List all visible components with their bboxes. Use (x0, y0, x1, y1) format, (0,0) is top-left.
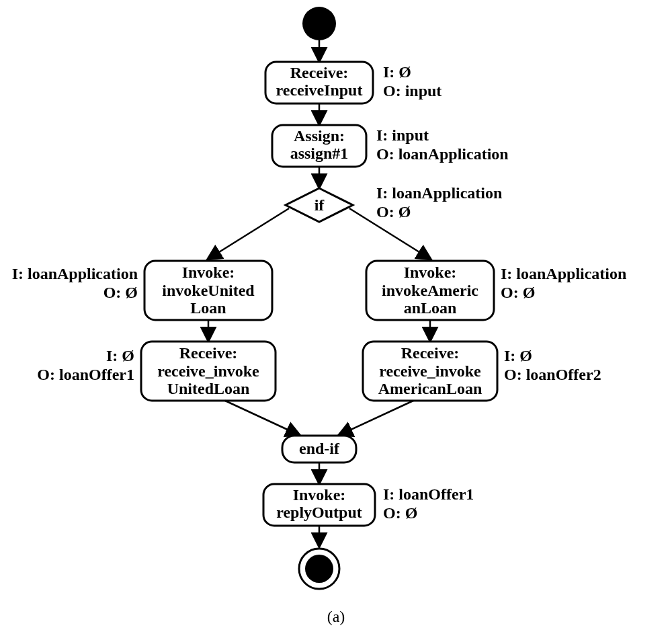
node-receive-united-l3: UnitedLoan (167, 380, 250, 397)
node-receive-american-l2: receive_invoke (379, 362, 481, 380)
io-receive-united-o: O: loanOffer1 (37, 366, 134, 383)
io-invoke-american-o: O: Ø (501, 284, 535, 301)
edge-if-to-invoke-united (208, 208, 289, 259)
node-invoke-united-l3: Loan (190, 299, 226, 317)
node-assign-line1: Assign: (294, 127, 345, 145)
io-reply-i: I: loanOffer1 (383, 485, 474, 503)
io-receive-united-i: I: Ø (106, 347, 134, 364)
io-if-i: I: loanApplication (376, 184, 502, 202)
node-receive-united-l1: Receive: (179, 344, 238, 362)
io-invoke-united-i: I: loanApplication (12, 265, 138, 282)
node-receive-input-line2: receiveInput (276, 81, 363, 99)
node-invoke-american-l2: invokeAmeric (382, 282, 478, 299)
node-if-label: if (314, 196, 325, 214)
io-invoke-american-i: I: loanApplication (501, 265, 626, 282)
node-invoke-united-l2: invokeUnited (162, 282, 255, 299)
io-assign-o: O: loanApplication (376, 145, 509, 163)
io-receive-american-o: O: loanOffer2 (504, 366, 601, 383)
node-reply-l1: Invoke: (293, 486, 346, 504)
node-reply-l2: replyOutput (276, 504, 362, 521)
io-receive-input-i: I: Ø (383, 63, 411, 81)
node-receive-american-l1: Receive: (401, 344, 460, 362)
io-reply-o: O: Ø (383, 504, 417, 522)
node-receive-input-line1: Receive: (290, 64, 349, 81)
node-invoke-american-l1: Invoke: (404, 264, 457, 281)
end-node-inner (305, 555, 333, 583)
edge-receive-united-to-endif (225, 401, 299, 435)
start-node (302, 7, 336, 40)
io-receive-input-o: O: input (383, 82, 442, 99)
node-receive-american-l3: AmericanLoan (378, 380, 482, 397)
node-endif-label: end-if (299, 440, 340, 457)
node-receive-united-l2: receive_invoke (157, 362, 259, 380)
io-receive-american-i: I: Ø (504, 347, 532, 364)
activity-diagram: Receive: receiveInput I: Ø O: input Assi… (0, 0, 672, 638)
edge-receive-american-to-endif (339, 401, 413, 435)
node-invoke-united-l1: Invoke: (182, 264, 235, 281)
node-invoke-american-l3: anLoan (404, 299, 457, 317)
io-assign-i: I: input (376, 126, 429, 144)
io-invoke-united-o: O: Ø (103, 284, 138, 301)
caption: (a) (327, 608, 345, 625)
node-assign-line2: assign#1 (290, 145, 349, 162)
io-if-o: O: Ø (376, 203, 411, 221)
